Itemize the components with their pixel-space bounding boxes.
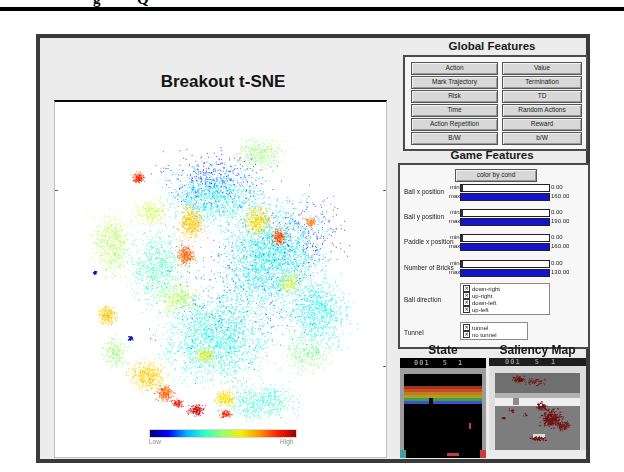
- slider-paddle-x-min[interactable]: [460, 234, 550, 242]
- saliency-speckle-canvas: [489, 358, 586, 450]
- colorbar: [149, 429, 297, 438]
- checkbox-label: down-right: [472, 286, 500, 292]
- min-label: min: [450, 184, 460, 190]
- button-time[interactable]: Time: [411, 104, 498, 117]
- tunnel-group: ✕tunnel ✕no tunnel: [460, 322, 528, 340]
- axis-tick: [383, 190, 386, 191]
- state-title: State: [400, 343, 486, 357]
- brick-gap: [429, 398, 433, 404]
- checkbox-row[interactable]: ✕tunnel: [463, 324, 525, 331]
- slider-handle[interactable]: [461, 210, 463, 216]
- clipped-heading-fragment: Q: [137, 0, 149, 7]
- button-termination[interactable]: Termination: [502, 76, 582, 89]
- right-wall-lower: [480, 450, 486, 458]
- checkbox-checked-icon[interactable]: ✕: [463, 285, 470, 292]
- paddle: [447, 453, 459, 456]
- slider-paddle-x-max-value: 160.00: [551, 243, 581, 249]
- colorbar-low-label: Low: [149, 438, 161, 445]
- button-value[interactable]: Value: [502, 62, 582, 75]
- ball-direction-group: ✕down-right ✕up-right ✕down-left ✕up-lef…: [460, 283, 550, 315]
- slider-handle[interactable]: [461, 235, 463, 241]
- checkbox-row[interactable]: ✕down-right: [463, 285, 547, 292]
- color-by-cond-button[interactable]: color by cond: [455, 169, 537, 182]
- checkbox-label: no tunnel: [472, 332, 497, 338]
- button-mark-trajectory[interactable]: Mark Trajectory: [411, 76, 498, 89]
- checkbox-label: up-right: [472, 293, 492, 299]
- tool-window: Breakout t-SNE Low High Global Features …: [36, 34, 590, 463]
- slider-bricks-min-value: 0.00: [551, 260, 581, 266]
- checkbox-label: down-left: [472, 300, 496, 306]
- slider-ball-x-max-value: 160.00: [551, 193, 581, 199]
- tsne-scatter-canvas[interactable]: [55, 102, 386, 454]
- top-wall: [400, 368, 486, 374]
- saliency-map: 001 5 1: [489, 358, 586, 450]
- left-wall-lower: [400, 450, 406, 458]
- state-lives: 5: [443, 359, 448, 367]
- checkbox-checked-icon[interactable]: ✕: [463, 292, 470, 299]
- state-screen: 001 5 1: [400, 358, 486, 458]
- checkbox-checked-icon[interactable]: ✕: [463, 299, 470, 306]
- min-label: min: [450, 260, 460, 266]
- max-label: max: [449, 193, 460, 199]
- global-features-title: Global Features: [397, 40, 587, 52]
- slider-bricks-min[interactable]: [460, 260, 550, 268]
- colorbar-high-label: High: [280, 438, 293, 445]
- game-features-panel: color by cond Ball x position min 0.00 m…: [398, 163, 590, 349]
- ball-direction-label: Ball direction: [404, 296, 441, 303]
- saliency-title: Saliency Map: [489, 343, 586, 357]
- plot-title: Breakout t-SNE: [58, 72, 388, 92]
- slider-handle[interactable]: [461, 261, 463, 267]
- button-action-repetition[interactable]: Action Repetition: [411, 118, 498, 131]
- slider-bricks-max-value: 130.00: [551, 269, 581, 275]
- slider-label-bricks: Number of Bricks: [404, 264, 454, 271]
- min-label: min: [450, 234, 460, 240]
- checkbox-label: tunnel: [472, 325, 488, 331]
- right-wall: [482, 374, 486, 450]
- slider-label-ball-y: Ball y position: [404, 213, 444, 220]
- axis-tick: [55, 190, 58, 191]
- slider-ball-x-min[interactable]: [460, 184, 550, 192]
- button-action[interactable]: Action: [411, 62, 498, 75]
- game-features-title: Game Features: [397, 149, 587, 161]
- slider-ball-y-min-value: 0.00: [551, 209, 581, 215]
- slider-ball-y-min[interactable]: [460, 209, 550, 217]
- slider-paddle-x-max[interactable]: [460, 243, 550, 251]
- page-rule: [0, 7, 624, 11]
- slider-ball-y-max[interactable]: [460, 218, 550, 226]
- checkbox-checked-icon[interactable]: ✕: [463, 331, 470, 338]
- slider-ball-y-max-value: 190.00: [551, 218, 581, 224]
- state-score-row: 001 5 1: [400, 359, 486, 367]
- min-label: min: [450, 209, 460, 215]
- slider-paddle-x-min-value: 0.00: [551, 234, 581, 240]
- tunnel-label: Tunnel: [404, 329, 424, 336]
- button-reward[interactable]: Reward: [502, 118, 582, 131]
- slider-handle[interactable]: [461, 185, 463, 191]
- checkbox-checked-icon[interactable]: ✕: [463, 306, 470, 313]
- checkbox-checked-icon[interactable]: ✕: [463, 324, 470, 331]
- button-random-actions[interactable]: Random Actions: [502, 104, 582, 117]
- max-label: max: [449, 218, 460, 224]
- axis-tick: [383, 366, 386, 367]
- max-label: max: [449, 243, 460, 249]
- button-bw[interactable]: B/W: [411, 132, 498, 145]
- slider-ball-x-max[interactable]: [460, 193, 550, 201]
- checkbox-row[interactable]: ✕no tunnel: [463, 331, 525, 338]
- checkbox-row[interactable]: ✕up-left: [463, 306, 547, 313]
- ball: [469, 423, 471, 429]
- button-td[interactable]: TD: [502, 90, 582, 103]
- checkbox-row[interactable]: ✕up-right: [463, 292, 547, 299]
- slider-ball-x-min-value: 0.00: [551, 184, 581, 190]
- slider-bricks-max[interactable]: [460, 269, 550, 277]
- state-level: 1: [458, 359, 463, 367]
- paper-page: g Q Breakout t-SNE Low High Global Featu…: [0, 0, 624, 472]
- checkbox-label: up-left: [472, 307, 489, 313]
- brick-row: [404, 401, 482, 404]
- tsne-plot-area[interactable]: Low High: [54, 100, 387, 458]
- slider-label-ball-x: Ball x position: [404, 188, 444, 195]
- clipped-heading-fragment: g: [93, 0, 105, 7]
- global-features-panel: Action Mark Trajectory Risk Time Action …: [403, 55, 588, 151]
- button-bw-small[interactable]: b/W: [502, 132, 582, 145]
- slider-label-paddle-x: Paddle x position: [404, 238, 454, 245]
- button-risk[interactable]: Risk: [411, 90, 498, 103]
- checkbox-row[interactable]: ✕down-left: [463, 299, 547, 306]
